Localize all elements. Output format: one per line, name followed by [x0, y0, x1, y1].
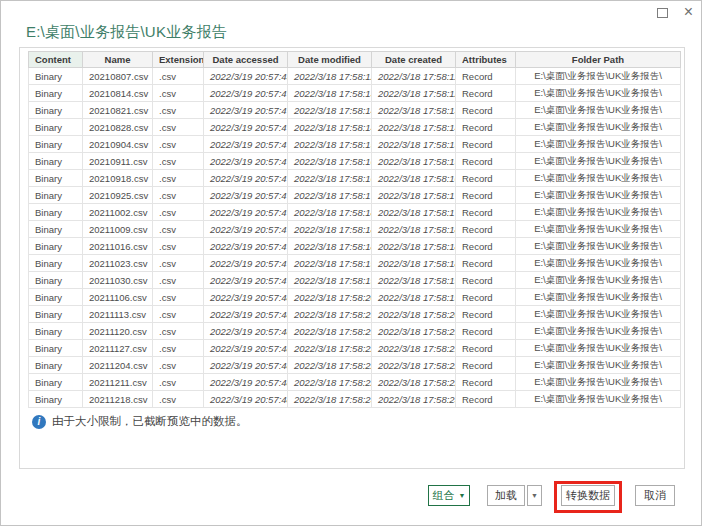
cancel-button[interactable]: 取消: [635, 485, 675, 506]
cell-folder-path: E:\桌面\业务报告\UK业务报告\: [516, 85, 681, 102]
cell-date-modified: 2022/3/18 17:58:19: [288, 255, 372, 272]
table-row: Binary20211016.csv.csv2022/3/19 20:57:47…: [29, 238, 681, 255]
cell-folder-path: E:\桌面\业务报告\UK业务报告\: [516, 187, 681, 204]
cell-date-created: 2022/3/18 17:58:23: [372, 391, 456, 408]
cell-attributes: Record: [456, 238, 516, 255]
chevron-down-icon: ▼: [531, 492, 538, 499]
chevron-down-icon: ▼: [459, 492, 466, 499]
cell-extension: .csv: [153, 153, 204, 170]
cell-content: Binary: [29, 119, 83, 136]
cell-name: 20211009.csv: [83, 221, 153, 238]
page-title: E:\桌面\业务报告\UK业务报告: [26, 23, 227, 42]
load-dropdown-button[interactable]: ▼: [527, 485, 542, 506]
table-row: Binary20210918.csv.csv2022/3/19 20:57:47…: [29, 170, 681, 187]
cell-date-created: 2022/3/18 17:58:22: [372, 374, 456, 391]
maximize-icon[interactable]: [657, 8, 668, 18]
cell-date-modified: 2022/3/18 17:58:13: [288, 85, 372, 102]
info-icon: i: [32, 415, 46, 429]
cell-extension: .csv: [153, 136, 204, 153]
column-header-name[interactable]: Name: [83, 52, 153, 68]
cell-extension: .csv: [153, 306, 204, 323]
cell-attributes: Record: [456, 272, 516, 289]
cell-date-accessed: 2022/3/19 20:57:47: [204, 153, 288, 170]
table-row: Binary20210814.csv.csv2022/3/19 20:57:47…: [29, 85, 681, 102]
column-header-date-accessed[interactable]: Date accessed: [204, 52, 288, 68]
cell-date-accessed: 2022/3/19 20:57:47: [204, 119, 288, 136]
cell-content: Binary: [29, 221, 83, 238]
cell-date-created: 2022/3/18 17:58:19: [372, 289, 456, 306]
table-body: Binary20210807.csv.csv2022/3/19 20:57:43…: [29, 68, 681, 408]
cell-date-modified: 2022/3/18 17:58:17: [288, 187, 372, 204]
column-header-folder-path[interactable]: Folder Path: [516, 52, 681, 68]
cell-date-modified: 2022/3/18 17:58:21: [288, 323, 372, 340]
cell-folder-path: E:\桌面\业务报告\UK业务报告\: [516, 170, 681, 187]
cell-attributes: Record: [456, 102, 516, 119]
column-header-date-modified[interactable]: Date modified: [288, 52, 372, 68]
cell-date-modified: 2022/3/18 17:58:16: [288, 153, 372, 170]
cell-name: 20211023.csv: [83, 255, 153, 272]
transform-data-button[interactable]: 转换数据: [561, 485, 615, 506]
cell-name: 20211120.csv: [83, 323, 153, 340]
cell-date-accessed: 2022/3/19 20:57:47: [204, 170, 288, 187]
column-header-content[interactable]: Content: [29, 52, 83, 68]
cell-date-modified: 2022/3/18 17:58:23: [288, 391, 372, 408]
cell-date-modified: 2022/3/18 17:58:16: [288, 170, 372, 187]
table-row: Binary20211127.csv.csv2022/3/19 20:57:48…: [29, 340, 681, 357]
cell-date-created: 2022/3/18 17:58:20: [372, 306, 456, 323]
preview-panel: ContentNameExtensionDate accessedDate mo…: [19, 47, 685, 469]
cell-date-accessed: 2022/3/19 20:57:48: [204, 323, 288, 340]
cell-folder-path: E:\桌面\业务报告\UK业务报告\: [516, 153, 681, 170]
cell-content: Binary: [29, 136, 83, 153]
cell-date-accessed: 2022/3/19 20:57:43: [204, 68, 288, 85]
cell-extension: .csv: [153, 323, 204, 340]
cell-date-accessed: 2022/3/19 20:57:47: [204, 238, 288, 255]
cell-name: 20211002.csv: [83, 204, 153, 221]
cell-date-accessed: 2022/3/19 20:57:48: [204, 357, 288, 374]
cell-date-accessed: 2022/3/19 20:57:47: [204, 136, 288, 153]
cell-date-created: 2022/3/18 17:58:18: [372, 255, 456, 272]
cell-date-accessed: 2022/3/19 20:57:48: [204, 306, 288, 323]
cell-name: 20211016.csv: [83, 238, 153, 255]
cell-folder-path: E:\桌面\业务报告\UK业务报告\: [516, 272, 681, 289]
cell-name: 20211218.csv: [83, 391, 153, 408]
cell-date-created: 2022/3/18 17:58:17: [372, 204, 456, 221]
cell-extension: .csv: [153, 68, 204, 85]
cell-folder-path: E:\桌面\业务报告\UK业务报告\: [516, 357, 681, 374]
cell-content: Binary: [29, 391, 83, 408]
table-row: Binary20210925.csv.csv2022/3/19 20:57:47…: [29, 187, 681, 204]
cell-attributes: Record: [456, 170, 516, 187]
column-header-date-created[interactable]: Date created: [372, 52, 456, 68]
column-header-extension[interactable]: Extension: [153, 52, 204, 68]
cell-extension: .csv: [153, 102, 204, 119]
cell-extension: .csv: [153, 187, 204, 204]
window-controls: ×: [657, 5, 695, 19]
cell-date-modified: 2022/3/18 17:58:15: [288, 136, 372, 153]
cell-attributes: Record: [456, 289, 516, 306]
column-header-attributes[interactable]: Attributes: [456, 52, 516, 68]
cell-extension: .csv: [153, 85, 204, 102]
cell-folder-path: E:\桌面\业务报告\UK业务报告\: [516, 323, 681, 340]
cell-folder-path: E:\桌面\业务报告\UK业务报告\: [516, 255, 681, 272]
combine-button[interactable]: 组合 ▼: [428, 485, 470, 506]
cell-name: 20210904.csv: [83, 136, 153, 153]
cell-date-accessed: 2022/3/19 20:57:47: [204, 102, 288, 119]
cell-folder-path: E:\桌面\业务报告\UK业务报告\: [516, 289, 681, 306]
cell-attributes: Record: [456, 68, 516, 85]
close-icon[interactable]: ×: [682, 5, 695, 19]
cell-content: Binary: [29, 68, 83, 85]
cell-name: 20211106.csv: [83, 289, 153, 306]
cell-extension: .csv: [153, 238, 204, 255]
table-row: Binary20210807.csv.csv2022/3/19 20:57:43…: [29, 68, 681, 85]
cell-date-modified: 2022/3/18 17:58:22: [288, 374, 372, 391]
cell-date-created: 2022/3/18 17:58:11: [372, 68, 456, 85]
cell-extension: .csv: [153, 340, 204, 357]
cell-extension: .csv: [153, 289, 204, 306]
cell-attributes: Record: [456, 306, 516, 323]
cell-extension: .csv: [153, 204, 204, 221]
cell-attributes: Record: [456, 204, 516, 221]
transform-data-button-label: 转换数据: [566, 488, 610, 503]
load-button[interactable]: 加载: [487, 485, 525, 506]
cell-date-modified: 2022/3/18 17:58:22: [288, 340, 372, 357]
cell-folder-path: E:\桌面\业务报告\UK业务报告\: [516, 391, 681, 408]
table-row: Binary20211106.csv.csv2022/3/19 20:57:48…: [29, 289, 681, 306]
